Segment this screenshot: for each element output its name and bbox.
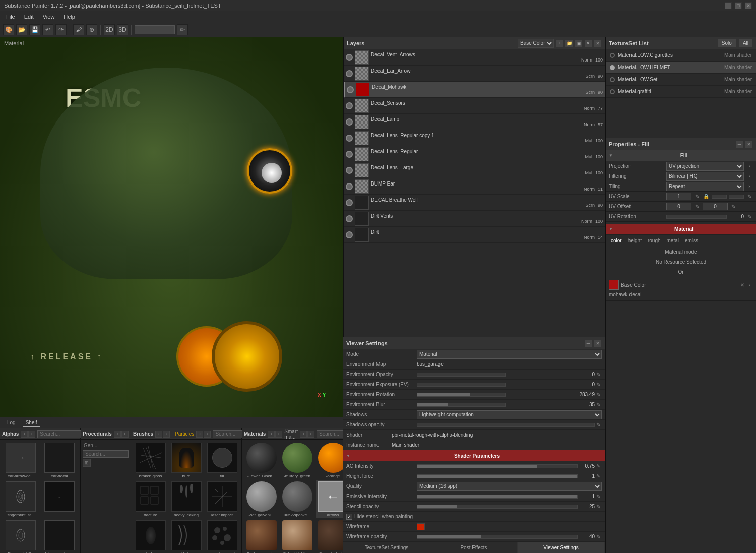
list-item[interactable]: ear-decal: [41, 442, 79, 479]
list-item[interactable]: Material.LOW.Cigarettes Main shader: [606, 49, 756, 62]
smart-prev[interactable]: ‹: [300, 431, 307, 438]
tab-shelf[interactable]: Shelf: [23, 419, 40, 427]
solo-button[interactable]: Solo: [717, 39, 736, 47]
height-edit[interactable]: ✎: [595, 473, 602, 480]
viewer-settings-close[interactable]: ✕: [594, 339, 602, 347]
wireframe-color-swatch[interactable]: [417, 523, 425, 530]
table-row[interactable]: Decal_Lens_Large Mul 100: [344, 162, 605, 178]
wireframe-opacity-slider[interactable]: [417, 535, 578, 539]
table-row[interactable]: Decal_Mohawk Scrn 90: [344, 82, 605, 98]
uv-scale-slider-y[interactable]: [729, 195, 744, 199]
uv-offset-input-x[interactable]: [666, 203, 691, 210]
uv-offset-edit[interactable]: ✎: [694, 203, 701, 210]
layer-visibility-toggle[interactable]: [346, 231, 353, 238]
menu-view[interactable]: View: [39, 13, 59, 21]
list-item[interactable]: laser impact: [205, 480, 239, 518]
ts-radio-1[interactable]: [610, 53, 615, 58]
menu-help[interactable]: Help: [59, 13, 79, 21]
smart-nav[interactable]: ‹ ›: [300, 431, 314, 438]
tab-textureset-settings[interactable]: TextureSet Settings: [343, 542, 430, 553]
uv-rotation-edit[interactable]: ✎: [746, 213, 753, 220]
quality-select[interactable]: Medium (16 spp): [417, 482, 602, 491]
uv-scale-lock[interactable]: 🔒: [703, 193, 710, 200]
list-item[interactable]: fill: [205, 442, 239, 479]
layer-folder-btn[interactable]: 📁: [565, 39, 573, 47]
tab-emiss[interactable]: emiss: [683, 237, 700, 244]
layer-fill-btn[interactable]: ▣: [575, 39, 583, 47]
list-item[interactable]: fingerprint_st...: [2, 480, 40, 518]
shadows-opacity-slider[interactable]: [417, 423, 595, 427]
materials-search[interactable]: [317, 430, 343, 438]
alphas-nav[interactable]: ‹ ›: [21, 431, 35, 438]
table-row[interactable]: Decal_Vent_Arrows Norm 100: [344, 49, 605, 66]
brushes-subnav[interactable]: ‹ ›: [196, 431, 211, 438]
layer-add-btn[interactable]: +: [555, 39, 563, 47]
base-color-close[interactable]: ✕: [739, 281, 746, 288]
list-item[interactable]: Material.LOW.HELMET Main shader: [606, 62, 756, 74]
uv-rotation-slider[interactable]: [666, 215, 727, 219]
filtering-select[interactable]: Bilinear | HQ: [666, 172, 744, 181]
shadows-opacity-edit[interactable]: ✎: [595, 421, 602, 428]
emissive-slider[interactable]: [417, 495, 578, 499]
base-color-chevron[interactable]: ›: [746, 281, 753, 288]
list-item[interactable]: -set_galvani...: [244, 480, 279, 518]
ao-slider[interactable]: [417, 464, 578, 468]
list-item[interactable]: -orange: [316, 442, 343, 479]
list-item[interactable]: 0052-speake...: [280, 480, 314, 518]
menu-edit[interactable]: Edit: [20, 13, 38, 21]
ts-radio-3[interactable]: [610, 77, 615, 82]
tab-viewer-settings[interactable]: Viewer Settings: [518, 542, 605, 553]
brushes-nav[interactable]: ‹ ›: [155, 431, 170, 438]
uv-scale-edit[interactable]: ✎: [694, 193, 701, 200]
uv-scale-edit2[interactable]: ✎: [746, 193, 753, 200]
list-item[interactable]: -Lower_Black...: [244, 442, 279, 479]
hide-stencil-checkbox[interactable]: ✓: [346, 514, 352, 520]
env-opacity-edit[interactable]: ✎: [595, 371, 602, 378]
brushes-sub-prev[interactable]: ‹: [196, 431, 203, 438]
tool-select[interactable]: ⊕: [86, 24, 97, 35]
layer-visibility-toggle[interactable]: [346, 118, 353, 126]
emissive-edit[interactable]: ✎: [595, 493, 602, 500]
tab-rough[interactable]: rough: [646, 237, 663, 244]
proc-nav[interactable]: ‹ ›: [114, 431, 129, 438]
brushes-sub-next[interactable]: ›: [204, 431, 211, 438]
all-button[interactable]: All: [738, 39, 753, 47]
list-item[interactable]: Inkscape_Lamp: [41, 519, 79, 553]
tool-view-3d[interactable]: 3D: [117, 24, 128, 35]
env-rotation-edit[interactable]: ✎: [595, 391, 602, 398]
list-item[interactable]: Material.LOW.Set Main shader: [606, 74, 756, 86]
layer-visibility-toggle[interactable]: [346, 215, 353, 222]
list-item[interactable]: → ear-arrow-de...: [2, 442, 40, 479]
procedurals-grid-btn[interactable]: ⊞: [83, 459, 91, 467]
base-color-preview[interactable]: [609, 280, 619, 290]
height-slider[interactable]: [417, 474, 578, 478]
proc-prev[interactable]: ‹: [114, 431, 121, 438]
list-item[interactable]: Fingerprint-P...: [2, 519, 40, 553]
list-item[interactable]: Bark black pine: [316, 519, 343, 553]
table-row[interactable]: Decal_Sensors Norm 77: [344, 98, 605, 114]
list-item[interactable]: fracture: [133, 480, 168, 518]
channel-select[interactable]: Base Color: [518, 39, 554, 48]
ts-radio-2[interactable]: [610, 65, 615, 70]
alphas-next[interactable]: ›: [28, 431, 35, 438]
layer-visibility-toggle[interactable]: [346, 70, 353, 77]
layer-visibility-toggle[interactable]: [347, 86, 354, 93]
layer-visibility-toggle[interactable]: [346, 54, 353, 61]
layer-visibility-toggle[interactable]: [346, 199, 353, 206]
tool-save[interactable]: 💾: [29, 24, 40, 35]
tool-redo[interactable]: ↷: [55, 24, 67, 35]
material-section-header[interactable]: ▼ Material: [606, 224, 756, 235]
viewport-3d[interactable]: ESMC ↑ RELEASE ↑ X Y Material: [0, 37, 343, 417]
layer-visibility-toggle[interactable]: [346, 167, 353, 174]
env-exposure-slider[interactable]: [417, 383, 506, 387]
tiling-select[interactable]: Repeat: [666, 182, 744, 191]
list-item[interactable]: broken glass: [133, 442, 168, 479]
alphas-prev[interactable]: ‹: [21, 431, 28, 438]
procedurals-search[interactable]: [83, 450, 129, 458]
list-item[interactable]: -military_green: [280, 442, 314, 479]
layers-panel-close[interactable]: ✕: [594, 39, 602, 47]
proc-next[interactable]: ›: [121, 431, 129, 438]
stencil-slider[interactable]: [417, 505, 578, 509]
tab-post-effects[interactable]: Post Effects: [430, 542, 518, 553]
tool-undo[interactable]: ↶: [42, 24, 53, 35]
